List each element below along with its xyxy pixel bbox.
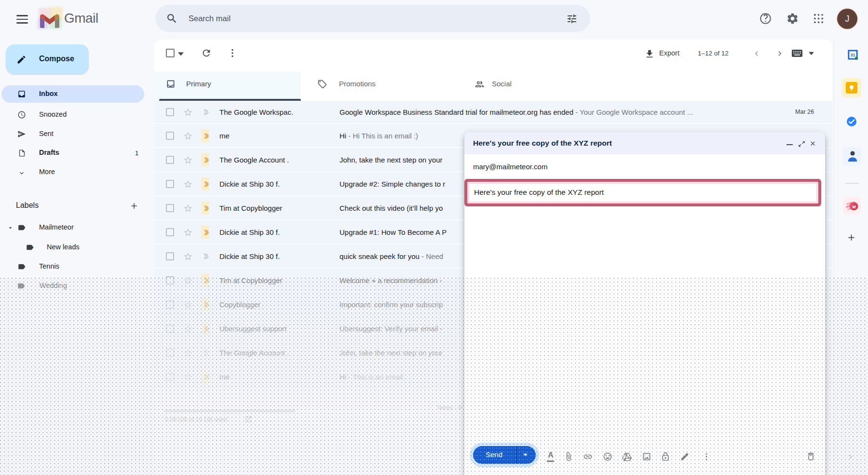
svg-text:M: M [852,204,856,209]
svg-text:31: 31 [850,53,855,57]
